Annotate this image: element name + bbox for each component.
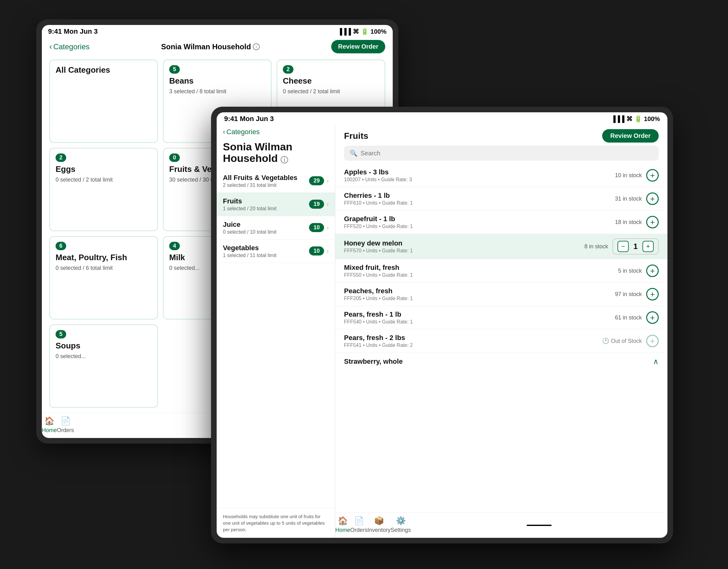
front-inventory-icon: 📦 — [374, 516, 384, 526]
sidebar-item-fruits[interactable]: Fruits 1 selected / 20 total limit 19 › — [217, 193, 335, 216]
grapefruit-add-button[interactable]: + — [646, 216, 659, 228]
back-tab-orders[interactable]: 📄 Orders — [57, 416, 74, 434]
sidebar-fruits-chevron-icon: › — [327, 201, 329, 208]
peaches-name: Peaches, fresh — [344, 287, 413, 295]
beans-name: Beans — [169, 76, 265, 86]
sidebar-item-juice[interactable]: Juice 0 selected / 10 total limit 10 › — [217, 216, 335, 240]
cheese-name: Cheese — [283, 76, 379, 86]
sidebar: ‹ Categories Sonia WilmanHousehold i All… — [217, 125, 335, 538]
sidebar-title: Sonia WilmanHousehold i — [217, 138, 335, 169]
pears-1lb-add-button[interactable]: + — [646, 311, 659, 324]
sidebar-items: All Fruits & Vegetables 2 selected / 31 … — [217, 169, 335, 508]
strawberry-expand-icon: ∧ — [653, 357, 659, 366]
apples-add-button[interactable]: + — [646, 169, 659, 182]
product-list: Apples - 3 lbs 100207 • Units • Guide Ra… — [335, 164, 667, 513]
front-review-order-button[interactable]: Review Order — [602, 129, 659, 143]
sidebar-item-all-fruits-veg[interactable]: All Fruits & Vegetables 2 selected / 31 … — [217, 169, 335, 193]
back-nav-back[interactable]: ‹ Categories — [49, 42, 90, 52]
soups-badge: 5 — [56, 330, 66, 338]
front-info-icon[interactable]: i — [281, 156, 288, 164]
honeydew-name: Honey dew melon — [344, 239, 413, 248]
back-review-order-button[interactable]: Review Order — [331, 40, 385, 53]
cherries-add-button[interactable]: + — [646, 193, 659, 205]
mixed-fruit-sub: FFF550 • Units • Guide Rate: 1 — [344, 272, 413, 278]
peaches-add-button[interactable]: + — [646, 288, 659, 300]
mixed-fruit-add-button[interactable]: + — [646, 265, 659, 277]
eggs-sub: 0 selected / 2 total limit — [56, 177, 152, 183]
cherries-sub: FFF610 • Units • Guide Rate: 1 — [344, 200, 413, 206]
category-card-all[interactable]: All Categories — [49, 60, 158, 143]
search-bar[interactable]: 🔍 — [344, 146, 659, 161]
product-row-mixed-fruit: Mixed fruit, fresh FFF550 • Units • Guid… — [335, 259, 667, 283]
front-tab-indicator — [527, 525, 552, 526]
grapefruit-name: Grapefruit - 1 lb — [344, 215, 413, 223]
product-row-grapefruit: Grapefruit - 1 lb FFF520 • Units • Guide… — [335, 211, 667, 234]
pears-2lb-add-button[interactable]: + — [646, 335, 659, 347]
grapefruit-sub: FFF520 • Units • Guide Rate: 1 — [344, 224, 413, 229]
back-tab-home[interactable]: 🏠 Home — [42, 416, 57, 434]
category-card-eggs[interactable]: 2 Eggs 0 selected / 2 total limit — [49, 148, 158, 231]
front-tab-inventory[interactable]: 📦 Inventory — [367, 516, 391, 533]
search-input[interactable] — [361, 150, 653, 157]
sidebar-nav: ‹ Categories — [217, 125, 335, 138]
back-info-icon[interactable]: i — [253, 43, 260, 50]
front-tab-orders[interactable]: 📄 Orders — [350, 516, 367, 533]
sidebar-all-chevron-icon: › — [327, 177, 329, 184]
beans-badge: 5 — [169, 65, 180, 74]
peaches-sub: FFF205 • Units • Guide Rate: 1 — [344, 296, 413, 301]
sidebar-note: Households may substitute one unit of fr… — [217, 508, 335, 538]
beans-sub: 3 selected / 8 total limit — [169, 88, 265, 95]
product-row-apples: Apples - 3 lbs 100207 • Units • Guide Ra… — [335, 164, 667, 187]
pears-1lb-name: Pears, fresh - 1 lb — [344, 310, 413, 318]
cherries-stock: 31 in stock — [615, 196, 642, 202]
main-content: Fruits Review Order 🔍 Apples - 3 lbs 100… — [335, 125, 667, 538]
milk-badge: 4 — [169, 242, 180, 250]
sidebar-all-badge: 29 — [309, 176, 324, 185]
meat-name: Meat, Poultry, Fish — [56, 253, 152, 263]
apples-name: Apples - 3 lbs — [344, 168, 412, 176]
back-time: 9:41 Mon Jun 3 — [48, 27, 98, 36]
category-card-meat[interactable]: 6 Meat, Poultry, Fish 0 selected / 6 tot… — [49, 236, 158, 319]
front-wifi-icon: ⌘ — [626, 115, 632, 123]
front-battery-icon: 🔋 100% — [634, 115, 660, 123]
mixed-fruit-name: Mixed fruit, fresh — [344, 264, 413, 272]
category-card-soups[interactable]: 5 Soups 0 selected... — [49, 324, 158, 408]
back-chevron-icon: ‹ — [49, 42, 52, 52]
sidebar-veg-badge: 10 — [309, 247, 324, 256]
clock-icon: 🕐 — [602, 337, 609, 344]
sidebar-juice-badge: 10 — [309, 223, 324, 232]
search-icon: 🔍 — [350, 150, 357, 157]
sidebar-item-veg-name: Vegetables — [223, 244, 277, 252]
sidebar-item-all-sub: 2 selected / 31 total limit — [223, 183, 297, 188]
battery-icon: 🔋 100% — [361, 28, 386, 35]
back-nav-title: Sonia Wilman Household i — [161, 42, 260, 51]
soups-name: Soups — [56, 341, 152, 351]
sidebar-veg-chevron-icon: › — [327, 248, 329, 255]
sidebar-item-juice-name: Juice — [223, 221, 277, 229]
sidebar-fruits-badge: 19 — [309, 200, 324, 209]
front-time: 9:41 Mon Jun 3 — [224, 115, 274, 123]
honeydew-increment-button[interactable]: + — [642, 241, 654, 252]
product-row-peaches: Peaches, fresh FFF205 • Units • Guide Ra… — [335, 283, 667, 306]
cherries-name: Cherries - 1 lb — [344, 192, 413, 200]
front-status-bar: 9:41 Mon Jun 3 ▐▐▐ ⌘ 🔋 100% — [217, 112, 667, 125]
peaches-stock: 97 in stock — [615, 291, 642, 297]
front-status-icons: ▐▐▐ ⌘ 🔋 100% — [611, 115, 660, 123]
sidebar-item-vegetables[interactable]: Vegetables 1 selected / 11 total limit 1… — [217, 240, 335, 263]
front-tab-settings[interactable]: ⚙️ Settings — [391, 516, 411, 533]
eggs-badge: 2 — [56, 154, 66, 162]
front-tablet-screen: 9:41 Mon Jun 3 ▐▐▐ ⌘ 🔋 100% ‹ Categories — [217, 112, 667, 538]
front-body: ‹ Categories Sonia WilmanHousehold i All… — [217, 125, 667, 538]
sidebar-item-veg-sub: 1 selected / 11 total limit — [223, 253, 277, 258]
product-row-honeydew: Honey dew melon FFF570 • Units • Guide R… — [335, 234, 667, 259]
meat-badge: 6 — [56, 242, 66, 250]
front-tab-home-label: Home — [335, 527, 350, 533]
honeydew-qty-control: − 1 + — [612, 238, 659, 255]
apples-stock: 10 in stock — [615, 172, 642, 179]
pears-1lb-sub: FFF540 • Units • Guide Rate: 1 — [344, 319, 413, 325]
front-tab-home[interactable]: 🏠 Home — [335, 516, 350, 533]
sidebar-back-btn[interactable]: ‹ Categories — [223, 128, 329, 136]
honeydew-decrement-button[interactable]: − — [617, 241, 629, 252]
product-row-pears-1lb: Pears, fresh - 1 lb FFF540 • Units • Gui… — [335, 306, 667, 329]
pears-2lb-sub: FFF541 • Units • Guide Rate: 2 — [344, 342, 413, 348]
